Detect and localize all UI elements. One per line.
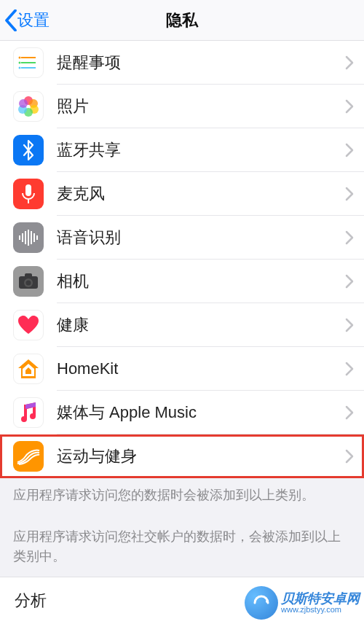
chevron-left-icon: [4, 9, 17, 31]
row-motion-fitness[interactable]: 运动与健身: [0, 434, 364, 478]
page-title: 隐私: [0, 9, 364, 31]
back-button[interactable]: 设置: [0, 9, 50, 31]
bluetooth-icon: [13, 135, 44, 165]
row-label: HomeKit: [57, 359, 345, 378]
row-music[interactable]: 媒体与 Apple Music: [0, 391, 364, 434]
row-label: 提醒事项: [57, 52, 345, 74]
row-photos[interactable]: 照片: [0, 85, 364, 128]
svg-rect-17: [28, 230, 29, 246]
svg-rect-16: [25, 231, 26, 244]
row-reminders[interactable]: 提醒事项: [0, 41, 364, 85]
row-label: 相机: [57, 270, 345, 292]
privacy-settings-screen: { "nav": { "back_label": "设置", "title": …: [0, 0, 364, 624]
row-label: 蓝牙共享: [57, 139, 345, 161]
svg-rect-18: [31, 231, 32, 244]
svg-rect-20: [36, 235, 38, 240]
svg-point-5: [19, 67, 21, 69]
row-camera[interactable]: 相机: [0, 260, 364, 303]
svg-rect-22: [25, 273, 32, 278]
row-bluetooth[interactable]: 蓝牙共享: [0, 128, 364, 172]
speech-recognition-icon: [13, 222, 44, 253]
chevron-right-icon: [345, 55, 354, 70]
row-health[interactable]: 健康: [0, 303, 364, 347]
svg-rect-14: [19, 235, 20, 240]
microphone-icon: [13, 179, 44, 209]
health-icon: [13, 310, 44, 340]
row-label: 媒体与 Apple Music: [57, 402, 345, 424]
chevron-right-icon: [345, 449, 354, 464]
chevron-right-icon: [345, 318, 354, 332]
reminders-icon: [13, 47, 44, 78]
svg-rect-12: [25, 184, 31, 196]
chevron-right-icon: [345, 405, 354, 420]
row-microphone[interactable]: 麦克风: [0, 172, 364, 216]
chevron-right-icon: [345, 187, 354, 201]
chevron-right-icon: [345, 230, 354, 245]
watermark-logo-icon: [245, 586, 278, 620]
back-label: 设置: [17, 9, 50, 31]
watermark-text: 贝斯特安卓网: [281, 592, 360, 605]
svg-point-25: [266, 600, 269, 603]
row-label: 运动与健身: [57, 445, 345, 467]
svg-point-24: [26, 281, 31, 286]
motion-fitness-icon: [13, 441, 44, 472]
camera-icon: [13, 266, 44, 297]
row-label: 语音识别: [57, 227, 345, 249]
chevron-right-icon: [345, 99, 354, 114]
svg-point-4: [19, 62, 21, 64]
row-label: 健康: [57, 314, 345, 336]
watermark: 贝斯特安卓网 www.zjbstyy.com: [245, 586, 360, 620]
row-homekit[interactable]: HomeKit: [0, 347, 364, 391]
row-label: 麦克风: [57, 183, 345, 205]
svg-rect-15: [22, 233, 23, 242]
row-label: 照片: [57, 95, 345, 117]
row-speech[interactable]: 语音识别: [0, 216, 364, 260]
svg-rect-19: [33, 233, 35, 242]
chevron-right-icon: [345, 143, 354, 157]
svg-point-11: [19, 99, 28, 108]
watermark-url: www.zjbstyy.com: [281, 605, 360, 614]
footer-note-1: 应用程序请求访问您的数据时会被添加到以上类别。: [0, 478, 364, 515]
footer-note-2: 应用程序请求访问您社交帐户的数据时，会被添加到以上类别中。: [0, 515, 364, 577]
photos-icon: [13, 91, 44, 122]
apple-music-icon: [13, 397, 44, 428]
privacy-list: 提醒事项 照片 蓝牙共享: [0, 41, 364, 478]
nav-bar: 设置 隐私: [0, 0, 364, 41]
homekit-icon: [13, 354, 44, 384]
chevron-right-icon: [345, 274, 354, 289]
svg-point-3: [19, 57, 21, 59]
chevron-right-icon: [345, 362, 354, 376]
